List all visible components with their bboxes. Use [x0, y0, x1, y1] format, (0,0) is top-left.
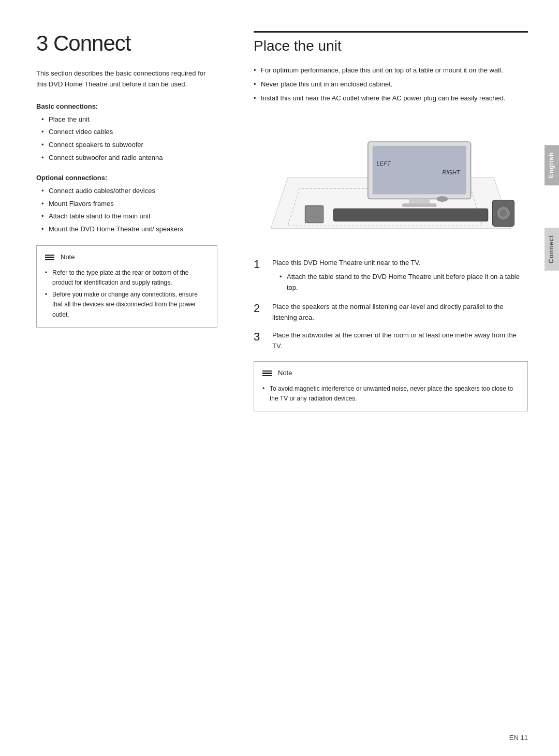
step-number: 2	[254, 302, 265, 323]
list-item: Mount the DVD Home Theatre unit/ speaker…	[41, 223, 217, 236]
svg-point-11	[500, 210, 507, 217]
note-icon	[262, 370, 272, 377]
step-content: Place the speakers at the normal listeni…	[272, 302, 528, 323]
chapter-name: Connect	[53, 31, 130, 55]
list-item: Connect speakers to subwoofer	[41, 139, 217, 152]
list-item: Connect audio cables/other devices	[41, 185, 217, 198]
step-number: 1	[254, 258, 265, 294]
optional-connections-list: Connect audio cables/other devices Mount…	[36, 185, 217, 236]
svg-rect-5	[402, 204, 436, 207]
left-column: 3 Connect This section describes the bas…	[0, 31, 238, 735]
note-box-right: Note To avoid magnetic interference or u…	[254, 361, 528, 411]
steps: 1 Place this DVD Home Theatre unit near …	[254, 258, 528, 352]
step-text: Place this DVD Home Theatre unit near to…	[272, 259, 421, 266]
list-item: Attach table stand to the main unit	[41, 210, 217, 223]
list-item: Never place this unit in an enclosed cab…	[254, 78, 528, 92]
note-header: Note	[45, 252, 209, 263]
place-bullets: For optimum performance, place this unit…	[254, 64, 528, 105]
chapter-number: 3	[36, 31, 48, 55]
list-item: Mount Flavors frames	[41, 198, 217, 211]
note-list: To avoid magnetic interference or unwant…	[262, 383, 519, 405]
side-tab-english: English	[545, 145, 559, 185]
right-column: Place the unit For optimum performance, …	[238, 31, 559, 735]
note-header: Note	[262, 368, 519, 379]
svg-rect-4	[409, 199, 430, 204]
svg-rect-8	[334, 209, 488, 221]
list-item: Install this unit near the AC outlet whe…	[254, 92, 528, 106]
step-3: 3 Place the subwoofer at the corner of t…	[254, 330, 528, 352]
page-footer: EN 11	[509, 734, 528, 742]
step-text: Place the subwoofer at the corner of the…	[272, 331, 517, 350]
chapter-title: 3 Connect	[36, 31, 217, 56]
intro-text: This section describes the basic connect…	[36, 68, 217, 90]
note-title: Note	[61, 252, 75, 263]
note-item: To avoid magnetic interference or unwant…	[262, 383, 519, 405]
note-box-left: Note Refer to the type plate at the rear…	[36, 245, 217, 328]
step-content: Place this DVD Home Theatre unit near to…	[272, 258, 528, 294]
page: 3 Connect This section describes the bas…	[0, 0, 559, 756]
step-number: 3	[254, 330, 265, 352]
step-content: Place the subwoofer at the corner of the…	[272, 330, 528, 352]
step-text: Place the speakers at the normal listeni…	[272, 303, 504, 321]
svg-point-13	[436, 196, 448, 202]
step-1: 1 Place this DVD Home Theatre unit near …	[254, 258, 528, 294]
list-item: Connect subwoofer and radio antenna	[41, 152, 217, 165]
step-sublist: Attach the table stand to the DVD Home T…	[272, 271, 528, 294]
unit-illustration: LEFT RIGHT	[254, 114, 528, 247]
basic-connections-list: Place the unit Connect video cables Conn…	[36, 113, 217, 165]
list-item: For optimum performance, place this unit…	[254, 64, 528, 78]
list-item: Connect video cables	[41, 126, 217, 139]
note-item: Refer to the type plate at the rear or b…	[45, 267, 209, 289]
optional-connections-heading: Optional connections:	[36, 174, 217, 182]
svg-text:LEFT: LEFT	[376, 161, 391, 167]
note-item: Before you make or change any connection…	[45, 289, 209, 321]
step-2: 2 Place the speakers at the normal liste…	[254, 302, 528, 323]
side-tab-connect: Connect	[545, 228, 559, 271]
basic-connections-heading: Basic connections:	[36, 102, 217, 110]
step-subitem: Attach the table stand to the DVD Home T…	[280, 271, 528, 294]
list-item: Place the unit	[41, 113, 217, 126]
svg-text:RIGHT: RIGHT	[442, 169, 461, 175]
note-list: Refer to the type plate at the rear or b…	[45, 267, 209, 321]
note-icon	[45, 255, 54, 261]
place-unit-title: Place the unit	[254, 31, 528, 54]
note-title: Note	[278, 368, 292, 379]
svg-rect-12	[305, 206, 323, 223]
